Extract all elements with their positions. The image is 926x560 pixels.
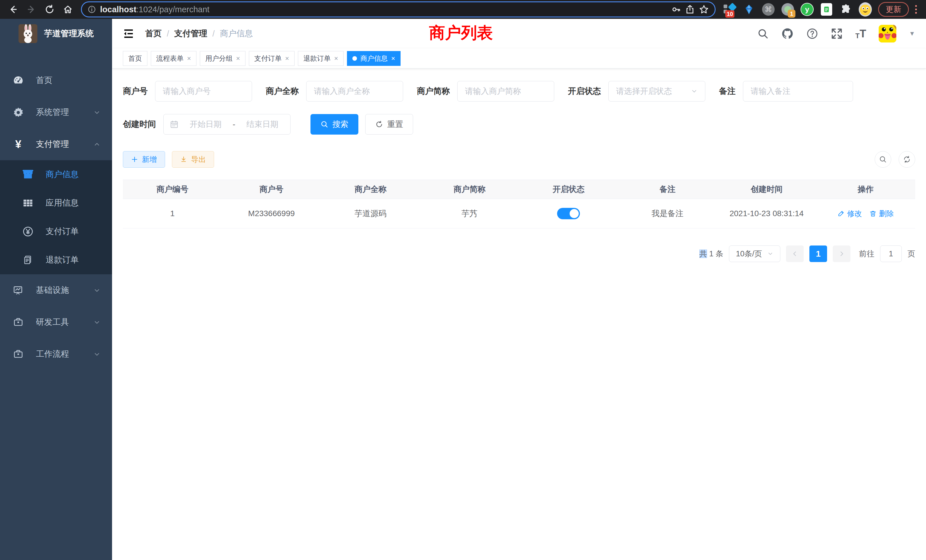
site-info-icon[interactable] <box>88 5 96 14</box>
share-icon[interactable] <box>685 5 695 14</box>
badge-one-extension-icon[interactable]: 1 <box>781 3 794 16</box>
start-date-placeholder[interactable]: 开始日期 <box>184 119 227 130</box>
breadcrumb-home[interactable]: 首页 <box>145 28 162 39</box>
refresh-table-button[interactable] <box>899 151 915 168</box>
pinned-extension-icon[interactable]: 10 <box>723 3 736 16</box>
font-size-button[interactable]: TT <box>855 28 866 40</box>
sidebar-item-pay-order[interactable]: 支付订单 <box>0 217 112 246</box>
show-search-toggle-button[interactable] <box>875 151 891 168</box>
next-icon <box>838 251 845 257</box>
document-icon <box>22 255 34 265</box>
short-name-input[interactable] <box>457 81 554 101</box>
sidebar-item-workflow[interactable]: 工作流程 <box>0 338 112 370</box>
bookmark-star-icon[interactable] <box>699 4 709 15</box>
sidebar-item-app-info[interactable]: 应用信息 <box>0 189 112 217</box>
sidebar-logo[interactable]: 芋道管理系统 <box>0 19 112 48</box>
header-search-button[interactable] <box>757 28 769 39</box>
sidebar-item-infra[interactable]: 基础设施 <box>0 274 112 306</box>
font-size-icon: T <box>855 32 859 40</box>
tab-home[interactable]: 首页 <box>123 51 147 66</box>
goto-page-input[interactable] <box>880 245 902 262</box>
next-page-button[interactable] <box>833 245 850 262</box>
sidebar-item-home[interactable]: 首页 <box>0 64 112 96</box>
status-select[interactable]: 请选择开启状态 <box>608 81 705 101</box>
tab-user-group[interactable]: 用户分组× <box>200 51 245 66</box>
key-icon[interactable] <box>672 5 681 14</box>
export-button[interactable]: 导出 <box>172 151 214 168</box>
cell-create-time: 2021-10-23 08:31:14 <box>717 199 816 228</box>
browser-forward-button[interactable] <box>23 2 39 17</box>
add-button[interactable]: 新增 <box>123 151 165 168</box>
github-link[interactable] <box>781 27 794 40</box>
tab-refund-order[interactable]: 退款订单× <box>298 51 343 66</box>
prev-page-button[interactable] <box>786 245 804 262</box>
cell-full-name: 芋道源码 <box>321 199 420 228</box>
close-icon[interactable]: × <box>285 54 289 62</box>
help-button[interactable] <box>806 28 818 39</box>
edit-link[interactable]: 修改 <box>837 209 862 219</box>
delete-link[interactable]: 删除 <box>869 209 894 219</box>
browser-home-button[interactable] <box>60 2 76 17</box>
sidebar-item-system[interactable]: 系统管理 <box>0 96 112 128</box>
cell-status <box>519 199 618 228</box>
end-date-placeholder[interactable]: 结束日期 <box>241 119 284 130</box>
chevron-down-icon <box>691 88 698 95</box>
app-title: 芋道管理系统 <box>44 28 94 39</box>
create-time-range-picker[interactable]: 开始日期 - 结束日期 <box>163 114 291 135</box>
gem-extension-icon[interactable] <box>742 3 755 16</box>
close-icon[interactable]: × <box>236 54 240 62</box>
close-icon[interactable]: × <box>391 54 395 62</box>
browser-toolbar: localhost:1024/pay/merchant 10 ⌘ 1 y <box>0 0 926 19</box>
reset-button[interactable]: 重置 <box>365 114 413 135</box>
url-text[interactable]: localhost:1024/pay/merchant <box>100 5 667 14</box>
merchant-list-page: 商户号 商户全称 商户简称 开启状态 请选择开启状态 <box>112 68 926 560</box>
filter-row-1: 商户号 商户全称 商户简称 开启状态 请选择开启状态 <box>123 81 915 101</box>
status-toggle[interactable] <box>557 208 580 219</box>
search-button[interactable]: 搜索 <box>310 114 359 135</box>
briefcase-icon <box>12 349 24 359</box>
active-tab-dot <box>353 56 357 61</box>
toolbox-icon <box>12 317 24 327</box>
header-actions: TT ▼ <box>757 25 915 42</box>
tab-pay-order[interactable]: 支付订单× <box>249 51 295 66</box>
column-header: 商户编号 <box>123 180 222 199</box>
profile-emoji-avatar[interactable] <box>859 3 872 16</box>
tab-merchant-info[interactable]: 商户信息× <box>347 51 401 66</box>
prev-icon <box>792 251 798 257</box>
hamburger-icon <box>123 28 134 39</box>
breadcrumb-separator: / <box>167 29 169 38</box>
table-toolbar: 新增 导出 <box>123 151 915 168</box>
sidebar-item-refund-order[interactable]: 退款订单 <box>0 246 112 274</box>
breadcrumb-payment[interactable]: 支付管理 <box>174 28 207 39</box>
sidebar-collapse-button[interactable] <box>123 28 134 39</box>
browser-menu-button[interactable] <box>911 5 921 14</box>
command-extension-icon[interactable]: ⌘ <box>762 3 775 16</box>
merchant-no-input[interactable] <box>155 81 252 101</box>
sidebar-item-dev-tools[interactable]: 研发工具 <box>0 306 112 338</box>
full-name-input[interactable] <box>306 81 403 101</box>
page-number-button[interactable]: 1 <box>809 245 827 262</box>
address-bar[interactable]: localhost:1024/pay/merchant <box>81 2 716 17</box>
cell-short-name: 芋艿 <box>420 199 519 228</box>
tab-process-form[interactable]: 流程表单× <box>151 51 197 66</box>
browser-back-button[interactable] <box>5 2 21 17</box>
page-size-select[interactable]: 10条/页 <box>729 245 780 262</box>
chrome-update-button[interactable]: 更新 <box>878 2 909 17</box>
fullscreen-button[interactable] <box>831 28 843 39</box>
full-name-label: 商户全称 <box>266 86 299 97</box>
y-extension-icon[interactable]: y <box>800 3 814 16</box>
notes-extension-icon[interactable] <box>820 3 833 16</box>
sidebar-item-merchant-info[interactable]: 商户信息 <box>0 160 112 189</box>
close-icon[interactable]: × <box>334 54 338 62</box>
table-row: 1 M233666999 芋道源码 芋艿 我是备注 2021-10-23 08:… <box>123 199 915 229</box>
extensions-puzzle-icon[interactable] <box>839 3 852 16</box>
sidebar-item-label: 支付管理 <box>36 139 93 150</box>
close-icon[interactable]: × <box>187 54 191 62</box>
caret-down-icon[interactable]: ▼ <box>909 30 915 37</box>
remark-input[interactable] <box>743 81 853 101</box>
remark-label: 备注 <box>719 86 735 97</box>
user-avatar[interactable] <box>879 25 896 42</box>
sidebar-item-payment[interactable]: ¥ 支付管理 <box>0 128 112 160</box>
chevron-up-icon <box>93 141 101 148</box>
browser-reload-button[interactable] <box>42 2 57 17</box>
